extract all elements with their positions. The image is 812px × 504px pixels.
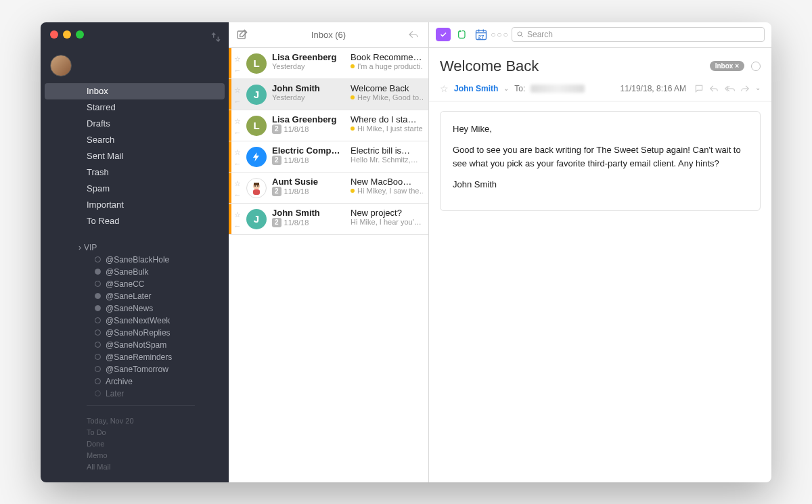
vip-folder-group: › VIP @SaneBlackHole @SaneBulk @SaneCC @…	[41, 242, 229, 413]
message-row[interactable]: ☆ ← L Lisa Greenberg Yesterday Book Reco…	[229, 48, 428, 79]
sidebar: Inbox Starred Drafts Search Sent Mail Tr…	[41, 22, 229, 482]
folder-sanetomorrow[interactable]: @SaneTomorrow	[41, 363, 229, 375]
compose-button[interactable]	[235, 28, 249, 41]
row-subject: New MacBoo…	[351, 177, 423, 187]
folder-sanenoreplies[interactable]: @SaneNoReplies	[41, 327, 229, 339]
svg-rect-2	[254, 183, 259, 185]
folder-sanenotspam[interactable]: @SaneNotSpam	[41, 339, 229, 351]
star-icon[interactable]: ☆	[234, 210, 241, 219]
star-icon[interactable]: ☆	[234, 55, 241, 64]
star-icon[interactable]: ☆	[234, 86, 241, 95]
allmail-label[interactable]: All Mail	[87, 461, 229, 473]
sender-avatar: J	[246, 85, 267, 105]
folder-label: @SaneBulk	[106, 267, 149, 277]
memo-label[interactable]: Memo	[87, 450, 229, 461]
folder-later[interactable]: Later	[41, 388, 229, 400]
star-button[interactable]: ☆	[440, 83, 449, 94]
chevron-down-icon[interactable]: ⌄	[503, 85, 509, 92]
sidebar-item-important[interactable]: Important	[41, 197, 229, 213]
forward-icon[interactable]	[740, 84, 750, 93]
folder-label: @SaneBlackHole	[106, 255, 169, 265]
circle-icon	[95, 329, 101, 336]
today-label[interactable]: Today, Nov 20	[87, 415, 229, 427]
done-label[interactable]: Done	[87, 438, 229, 450]
reply-all-icon[interactable]	[724, 84, 735, 93]
row-gutter: ☆ ←	[230, 52, 245, 74]
message-actions: ⌄	[694, 84, 761, 93]
message-row[interactable]: ☆ ← J John Smith 2 11/8/18 New project? …	[229, 204, 428, 235]
star-icon[interactable]: ☆	[234, 179, 241, 188]
row-date: 2 11/8/18	[272, 124, 345, 134]
sidebar-item-drafts[interactable]: Drafts	[41, 116, 229, 132]
reply-arrow-icon: ←	[234, 160, 242, 168]
row-sender: Lisa Greenberg	[272, 52, 345, 62]
reading-pane: 27 ○○○ Search Welcome Back Inbox × ☆ Joh…	[429, 22, 771, 482]
sidebar-item-toread[interactable]: To Read	[41, 213, 229, 229]
circle-icon	[95, 256, 101, 262]
row-sender: Lisa Greenberg	[272, 114, 345, 124]
folder-label: @SaneNews	[106, 304, 153, 313]
body-signature: John Smith	[453, 178, 748, 191]
reply-icon[interactable]	[709, 84, 719, 93]
row-gutter: ☆ ←	[230, 177, 245, 199]
star-icon[interactable]: ☆	[234, 117, 241, 126]
sidebar-item-spam[interactable]: Spam	[41, 181, 229, 197]
flag-dot-icon	[351, 95, 355, 99]
app-window: Inbox Starred Drafts Search Sent Mail Tr…	[41, 22, 771, 482]
folder-archive[interactable]: Archive	[41, 375, 229, 388]
color-tag-button[interactable]	[751, 62, 761, 71]
reply-arrow-icon: ←	[234, 129, 242, 137]
message-row[interactable]: ☆ ← Aunt Susie 2 11/8/18 New MacBoo… Hi …	[229, 173, 428, 204]
row-preview: Hey Mike, Good to…	[351, 93, 423, 101]
flag-dot-icon	[351, 64, 355, 68]
sender-name[interactable]: John Smith	[454, 84, 498, 93]
message-row[interactable]: ☆ ← Electric Comp… 2 11/8/18 Electric bi…	[229, 141, 428, 173]
row-date: Yesterday	[272, 62, 345, 70]
toolbar-action-1[interactable]	[436, 28, 451, 41]
reply-icon[interactable]	[407, 29, 420, 40]
message-row[interactable]: ☆ ← L Lisa Greenberg 2 11/8/18 Where do …	[229, 110, 428, 141]
circle-icon	[95, 378, 101, 384]
vip-disclosure[interactable]: › VIP	[41, 242, 229, 254]
sidebar-item-sent[interactable]: Sent Mail	[41, 148, 229, 164]
search-input[interactable]: Search	[512, 27, 765, 42]
flag-dot-icon	[351, 189, 355, 193]
toolbar-evernote-button[interactable]	[455, 28, 470, 41]
folder-sanecc[interactable]: @SaneCC	[41, 278, 229, 290]
zoom-window-button[interactable]	[76, 30, 84, 39]
message-rows: ☆ ← L Lisa Greenberg Yesterday Book Reco…	[229, 48, 428, 235]
folder-sanelater[interactable]: @SaneLater	[41, 290, 229, 302]
thread-count-badge: 2	[272, 124, 281, 134]
account-avatar[interactable]	[50, 55, 72, 76]
toolbar-more-button[interactable]: ○○○	[493, 28, 508, 41]
chevron-down-icon[interactable]: ⌄	[755, 84, 761, 93]
circle-icon	[95, 317, 101, 323]
sidebar-item-starred[interactable]: Starred	[41, 99, 229, 116]
chat-icon[interactable]	[694, 84, 704, 93]
sidebar-item-trash[interactable]: Trash	[41, 164, 229, 181]
row-gutter: ☆ ←	[230, 114, 245, 137]
sidebar-item-inbox[interactable]: Inbox	[45, 83, 225, 99]
folder-sanenextweek[interactable]: @SaneNextWeek	[41, 315, 229, 327]
folder-sanereminders[interactable]: @SaneReminders	[41, 351, 229, 363]
folder-tag[interactable]: Inbox ×	[710, 61, 744, 71]
message-row[interactable]: ☆ ← J John Smith Yesterday Welcome Back …	[229, 79, 428, 110]
reply-arrow-icon: ←	[234, 66, 242, 74]
close-window-button[interactable]	[50, 30, 58, 39]
todo-label[interactable]: To Do	[87, 427, 229, 438]
star-icon[interactable]: ☆	[234, 148, 241, 157]
search-placeholder: Search	[527, 30, 553, 39]
sync-icon[interactable]	[210, 32, 222, 43]
folder-sanenews[interactable]: @SaneNews	[41, 302, 229, 315]
row-subject: Electric bill is…	[351, 145, 423, 156]
minimize-window-button[interactable]	[63, 30, 71, 39]
toolbar-calendar-button[interactable]: 27	[474, 28, 489, 41]
svg-point-4	[257, 185, 258, 187]
circle-icon	[95, 281, 101, 287]
folder-saneblackhole[interactable]: @SaneBlackHole	[41, 254, 229, 266]
row-gutter: ☆ ←	[230, 145, 245, 168]
folder-sanebulk[interactable]: @SaneBulk	[41, 266, 229, 278]
sidebar-item-search[interactable]: Search	[41, 132, 229, 148]
folder-label: @SaneLater	[106, 292, 152, 301]
sender-avatar: L	[246, 53, 267, 74]
